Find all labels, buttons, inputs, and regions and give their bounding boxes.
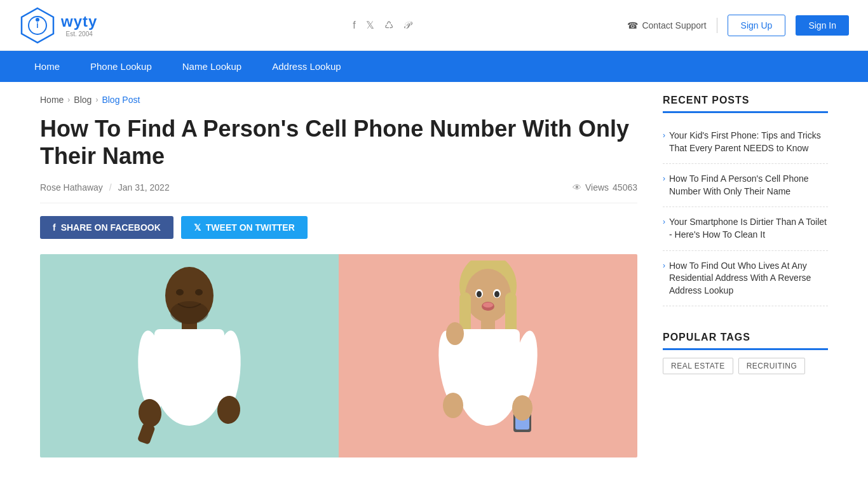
facebook-icon[interactable]: f xyxy=(353,20,355,31)
recent-post-item-2: › How To Find A Person's Cell Phone Numb… xyxy=(663,164,828,207)
recent-post-item-4: › How To Find Out Who Lives At Any Resid… xyxy=(663,251,828,307)
logo-brand[interactable]: wyty xyxy=(61,13,97,30)
share-facebook-label: SHARE ON FACEBOOK xyxy=(61,222,161,233)
pinterest-icon[interactable]: 𝒫 xyxy=(403,20,410,31)
article-author: Rose Hathaway xyxy=(40,182,103,193)
breadcrumb-blog[interactable]: Blog xyxy=(74,95,92,105)
share-twitter-label: TWEET ON TWITTER xyxy=(206,222,295,233)
article-title: How To Find A Person's Cell Phone Number… xyxy=(40,115,637,170)
signup-button[interactable]: Sign Up xyxy=(728,15,786,36)
phone-icon: ☎ xyxy=(627,20,638,30)
logo-icon[interactable]: i xyxy=(19,7,56,44)
tags-list: REAL ESTATE RECRUITING xyxy=(663,358,828,374)
recent-post-item-3: › Your Smartphone Is Dirtier Than A Toil… xyxy=(663,207,828,250)
recent-post-link-3[interactable]: Your Smartphone Is Dirtier Than A Toilet… xyxy=(669,216,828,241)
svg-text:i: i xyxy=(36,21,38,30)
svg-point-3 xyxy=(36,18,39,22)
hero-image xyxy=(40,254,637,458)
eye-icon: 👁 xyxy=(573,182,581,193)
share-buttons: f SHARE ON FACEBOOK 𝕏 TWEET ON TWITTER xyxy=(40,216,637,239)
svg-point-31 xyxy=(477,291,482,297)
social-icons-group: f 𝕏 ♺ 𝒫 xyxy=(353,19,410,31)
breadcrumb: Home › Blog › Blog Post xyxy=(40,95,637,105)
logo-est: Est. 2004 xyxy=(61,30,97,37)
tag-recruiting[interactable]: RECRUITING xyxy=(738,358,806,374)
views-count: 45063 xyxy=(613,182,637,193)
breadcrumb-chevron-2: › xyxy=(95,95,98,104)
header-right: ☎ Contact Support Sign Up Sign In xyxy=(627,15,849,36)
recent-post-chevron-3: › xyxy=(663,217,665,226)
sidebar: RECENT POSTS › Your Kid's First Phone: T… xyxy=(663,95,828,458)
recent-post-link-1[interactable]: Your Kid's First Phone: Tips and Tricks … xyxy=(669,130,828,154)
svg-point-32 xyxy=(494,291,499,297)
header-divider xyxy=(717,18,717,33)
article-content: Home › Blog › Blog Post How To Find A Pe… xyxy=(40,95,637,458)
svg-rect-20 xyxy=(481,318,495,330)
facebook-f-icon: f xyxy=(53,222,56,233)
male-figure-svg xyxy=(126,261,253,458)
twitter-bird-icon: 𝕏 xyxy=(194,222,201,233)
views-label: Views xyxy=(585,182,609,193)
svg-point-35 xyxy=(446,322,464,345)
contact-support-label: Contact Support xyxy=(642,20,706,30)
views-area: 👁 Views 45063 xyxy=(573,182,637,193)
recent-post-link-4[interactable]: How To Find Out Who Lives At Any Residen… xyxy=(669,260,828,297)
recent-post-chevron-4: › xyxy=(663,261,665,270)
recent-post-item-1: › Your Kid's First Phone: Tips and Trick… xyxy=(663,121,828,164)
nav-name-lookup[interactable]: Name Lookup xyxy=(167,51,257,82)
svg-point-15 xyxy=(170,301,208,324)
meta-divider: / xyxy=(109,182,112,193)
svg-point-14 xyxy=(195,289,203,295)
recent-posts-title: RECENT POSTS xyxy=(663,95,828,113)
main-navbar: Home Phone Lookup Name Lookup Address Lo… xyxy=(0,51,868,82)
article-meta: Rose Hathaway / Jan 31, 2022 👁 Views 450… xyxy=(40,182,637,203)
article-date: Jan 31, 2022 xyxy=(118,182,170,193)
stumbleupon-icon[interactable]: ♺ xyxy=(384,19,393,31)
contact-support-link[interactable]: ☎ Contact Support xyxy=(627,20,706,30)
svg-point-13 xyxy=(176,289,184,295)
meta-left: Rose Hathaway / Jan 31, 2022 xyxy=(40,182,170,193)
recent-post-chevron-2: › xyxy=(663,174,665,183)
signin-button[interactable]: Sign In xyxy=(796,15,849,36)
svg-rect-22 xyxy=(456,329,520,393)
recent-post-chevron-1: › xyxy=(663,131,665,140)
popular-tags-title: POPULAR TAGS xyxy=(663,332,828,350)
logo-area: i wyty Est. 2004 xyxy=(19,7,97,44)
svg-point-17 xyxy=(465,269,511,322)
share-twitter-button[interactable]: 𝕏 TWEET ON TWITTER xyxy=(181,216,308,239)
logo-text-area: wyty Est. 2004 xyxy=(61,13,97,37)
svg-point-25 xyxy=(443,393,463,418)
site-header: i wyty Est. 2004 f 𝕏 ♺ 𝒫 ☎ Contact Suppo… xyxy=(0,0,868,51)
nav-address-lookup[interactable]: Address Lookup xyxy=(257,51,356,82)
breadcrumb-chevron-1: › xyxy=(67,95,70,104)
breadcrumb-home[interactable]: Home xyxy=(40,95,64,105)
svg-rect-7 xyxy=(154,329,224,386)
nav-home[interactable]: Home xyxy=(19,51,75,82)
female-figure-svg xyxy=(424,261,552,458)
recent-posts-list: › Your Kid's First Phone: Tips and Trick… xyxy=(663,121,828,306)
main-container: Home › Blog › Blog Post How To Find A Pe… xyxy=(21,82,847,470)
twitter-icon[interactable]: 𝕏 xyxy=(366,19,374,31)
share-facebook-button[interactable]: f SHARE ON FACEBOOK xyxy=(40,216,173,239)
svg-point-28 xyxy=(512,395,532,421)
tag-real-estate[interactable]: REAL ESTATE xyxy=(663,358,733,374)
svg-point-34 xyxy=(483,302,493,308)
breadcrumb-current: Blog Post xyxy=(102,95,140,105)
nav-phone-lookup[interactable]: Phone Lookup xyxy=(75,51,167,82)
hero-image-right xyxy=(339,254,637,458)
recent-post-link-2[interactable]: How To Find A Person's Cell Phone Number… xyxy=(669,173,828,198)
hero-image-left xyxy=(40,254,339,458)
